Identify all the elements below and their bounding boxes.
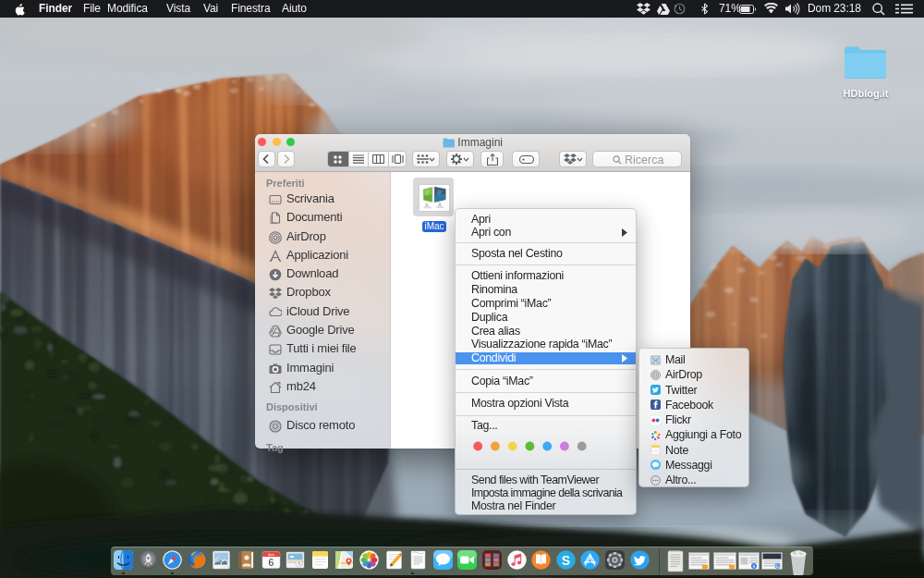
svg-text:S: S [562, 553, 570, 568]
svg-text:6: 6 [268, 557, 274, 568]
